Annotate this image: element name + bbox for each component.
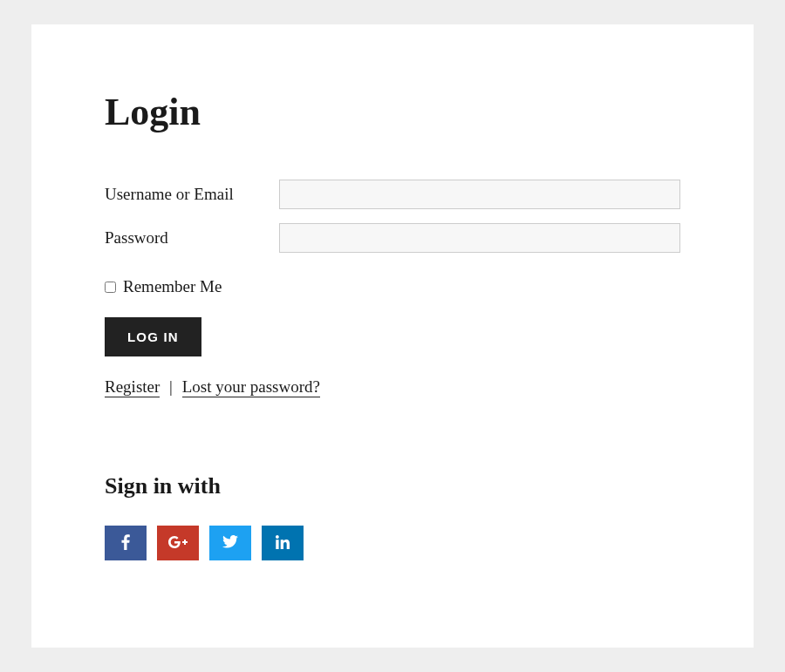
twitter-icon bbox=[222, 535, 238, 551]
links-separator: | bbox=[169, 377, 173, 396]
google-plus-button[interactable] bbox=[157, 526, 199, 560]
twitter-button[interactable] bbox=[209, 526, 251, 560]
lost-password-link[interactable]: Lost your password? bbox=[182, 377, 320, 397]
remember-label: Remember Me bbox=[123, 277, 222, 296]
register-link[interactable]: Register bbox=[105, 377, 160, 397]
social-title: Sign in with bbox=[105, 473, 680, 499]
linkedin-button[interactable] bbox=[262, 526, 304, 560]
remember-checkbox[interactable] bbox=[105, 282, 116, 293]
facebook-icon bbox=[121, 534, 130, 553]
google-plus-icon bbox=[168, 536, 188, 551]
linkedin-icon bbox=[276, 535, 290, 552]
username-input[interactable] bbox=[279, 180, 680, 209]
username-label: Username or Email bbox=[105, 185, 279, 204]
password-row: Password bbox=[105, 223, 680, 253]
social-row bbox=[105, 526, 680, 560]
page-title: Login bbox=[105, 90, 680, 134]
remember-row: Remember Me bbox=[105, 277, 680, 296]
login-button[interactable]: Log In bbox=[105, 317, 201, 356]
login-card: Login Username or Email Password Remembe… bbox=[31, 24, 754, 648]
password-input[interactable] bbox=[279, 223, 680, 253]
username-row: Username or Email bbox=[105, 180, 680, 209]
links-row: Register | Lost your password? bbox=[105, 377, 680, 397]
facebook-button[interactable] bbox=[105, 526, 147, 560]
password-label: Password bbox=[105, 228, 279, 248]
